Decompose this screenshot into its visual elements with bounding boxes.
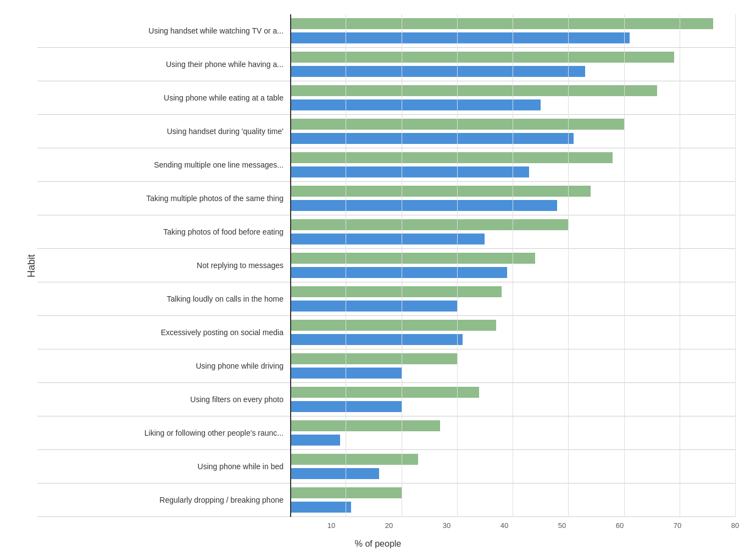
table-row: Using their phone while having a... bbox=[37, 48, 735, 81]
iphone-bar-wrap bbox=[290, 185, 735, 197]
bars-section bbox=[290, 182, 735, 215]
bars-section bbox=[290, 416, 735, 449]
android-bar-wrap bbox=[290, 468, 735, 480]
x-axis-area: 1020304050607080 bbox=[21, 519, 735, 536]
android-bar-wrap bbox=[290, 65, 735, 77]
table-row: Regularly dropping / breaking phone bbox=[37, 483, 735, 517]
android-bar bbox=[290, 267, 507, 278]
bars-section bbox=[290, 215, 735, 248]
iphone-bar-wrap bbox=[290, 420, 735, 432]
android-bar bbox=[290, 32, 630, 43]
iphone-bar bbox=[290, 85, 657, 96]
android-bar bbox=[290, 334, 463, 345]
table-row: Using phone while in bed bbox=[37, 450, 735, 483]
android-bar-wrap bbox=[290, 501, 735, 513]
row-label: Regularly dropping / breaking phone bbox=[37, 496, 290, 505]
iphone-bar bbox=[290, 487, 402, 498]
y-axis-label: Habit bbox=[21, 14, 37, 517]
android-bar bbox=[290, 301, 457, 312]
row-label: Excessively posting on social media bbox=[37, 328, 290, 337]
table-row: Talking loudly on calls in the home bbox=[37, 282, 735, 316]
android-bar-wrap bbox=[290, 99, 735, 111]
iphone-bar bbox=[290, 186, 591, 197]
bars-section bbox=[290, 383, 735, 416]
x-tick-label: 70 bbox=[674, 521, 681, 530]
android-bar bbox=[290, 166, 529, 177]
iphone-bar-wrap bbox=[290, 152, 735, 164]
android-bar-wrap bbox=[290, 199, 735, 212]
table-row: Using phone while eating at a table bbox=[37, 81, 735, 115]
iphone-bar bbox=[290, 286, 502, 297]
iphone-bar-wrap bbox=[290, 286, 735, 298]
rows-area: Using handset while watching TV or a...U… bbox=[37, 14, 735, 517]
x-tick-label: 10 bbox=[327, 521, 335, 530]
iphone-bar bbox=[290, 219, 568, 230]
iphone-bar-wrap bbox=[290, 118, 735, 130]
grid-line bbox=[735, 14, 736, 517]
bars-section bbox=[290, 450, 735, 483]
iphone-bar-wrap bbox=[290, 51, 735, 63]
bars-section bbox=[290, 316, 735, 349]
bars-section bbox=[290, 483, 735, 516]
x-tick-label: 50 bbox=[558, 521, 566, 530]
android-bar bbox=[290, 502, 351, 513]
row-label: Using phone while eating at a table bbox=[37, 93, 290, 103]
iphone-bar-wrap bbox=[290, 453, 735, 465]
row-label: Not replying to messages bbox=[37, 261, 290, 270]
table-row: Using handset during 'quality time' bbox=[37, 115, 735, 148]
iphone-bar bbox=[290, 119, 624, 130]
iphone-bar-wrap bbox=[290, 487, 735, 499]
iphone-bar bbox=[290, 253, 535, 264]
bars-section bbox=[290, 249, 735, 282]
chart-area: Habit Using handset while watching TV or… bbox=[21, 14, 735, 517]
axis-line bbox=[290, 14, 291, 517]
android-bar-wrap bbox=[290, 233, 735, 245]
iphone-bar-wrap bbox=[290, 386, 735, 398]
android-bar bbox=[290, 468, 379, 479]
bars-section bbox=[290, 349, 735, 382]
iphone-bar-wrap bbox=[290, 18, 735, 30]
iphone-bar-wrap bbox=[290, 85, 735, 97]
x-axis-title: % of people bbox=[21, 539, 735, 549]
row-label: Using their phone while having a... bbox=[37, 60, 290, 69]
android-bar bbox=[290, 66, 585, 77]
iphone-bar bbox=[290, 320, 496, 331]
row-label: Using handset while watching TV or a... bbox=[37, 26, 290, 36]
iphone-bar bbox=[290, 454, 418, 465]
chart-container: Habit Using handset while watching TV or… bbox=[21, 14, 735, 542]
iphone-bar bbox=[290, 387, 479, 398]
x-axis-spacer bbox=[21, 519, 274, 536]
android-bar-wrap bbox=[290, 132, 735, 144]
iphone-bar-wrap bbox=[290, 353, 735, 365]
android-bar-wrap bbox=[290, 166, 735, 178]
android-bar bbox=[290, 435, 340, 446]
android-bar bbox=[290, 133, 574, 144]
table-row: Using phone while driving bbox=[37, 349, 735, 383]
row-label: Sending multiple one line messages... bbox=[37, 160, 290, 170]
table-row: Sending multiple one line messages... bbox=[37, 148, 735, 182]
x-tick-label: 80 bbox=[731, 521, 739, 530]
android-bar-wrap bbox=[290, 32, 735, 44]
iphone-bar bbox=[290, 152, 613, 163]
bars-section bbox=[290, 282, 735, 315]
x-tick-label: 30 bbox=[443, 521, 451, 530]
x-axis-ticks: 1020304050607080 bbox=[274, 519, 735, 536]
row-label: Using phone while driving bbox=[37, 362, 290, 371]
android-bar-wrap bbox=[290, 333, 735, 346]
android-bar-wrap bbox=[290, 300, 735, 312]
chart-inner: Using handset while watching TV or a...U… bbox=[37, 14, 735, 517]
iphone-bar bbox=[290, 353, 457, 364]
android-bar bbox=[290, 368, 402, 379]
bars-section bbox=[290, 81, 735, 114]
iphone-bar bbox=[290, 52, 674, 63]
table-row: Not replying to messages bbox=[37, 249, 735, 282]
android-bar bbox=[290, 401, 402, 412]
android-bar-wrap bbox=[290, 367, 735, 379]
android-bar bbox=[290, 233, 485, 244]
row-label: Taking photos of food before eating bbox=[37, 227, 290, 237]
iphone-bar-wrap bbox=[290, 252, 735, 264]
iphone-bar-wrap bbox=[290, 319, 735, 331]
row-label: Taking multiple photos of the same thing bbox=[37, 194, 290, 203]
row-label: Talking loudly on calls in the home bbox=[37, 294, 290, 304]
android-bar bbox=[290, 200, 557, 211]
